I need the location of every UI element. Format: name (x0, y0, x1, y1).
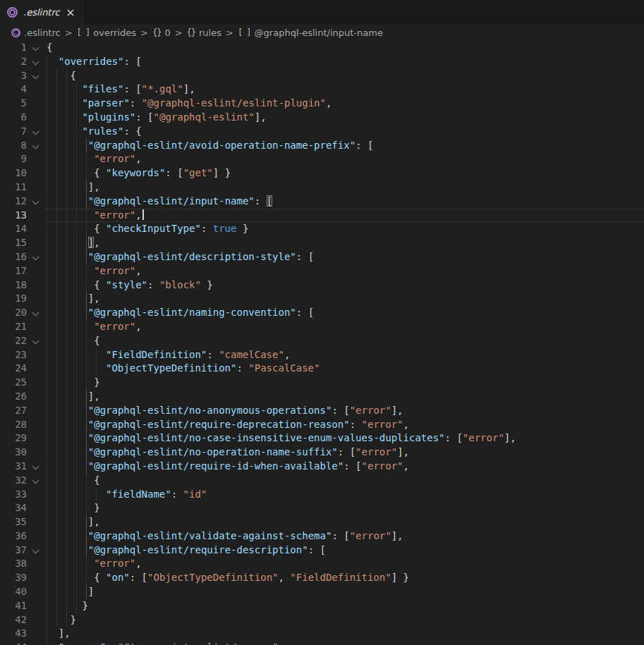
code-line[interactable]: 26], (0, 390, 644, 404)
indent-guide (86, 152, 87, 166)
code-editor[interactable]: 1{2"overrides": [3{4"files": ["*.gql"],5… (0, 40, 644, 645)
code-line[interactable]: 24"ObjectTypeDefinition": "PascalCase" (0, 362, 644, 376)
indent-guide (76, 166, 77, 180)
code-line[interactable]: 25} (0, 376, 644, 390)
indent-guide (66, 474, 67, 488)
indent-guide (76, 139, 77, 153)
code-line[interactable]: 33"fieldName": "id" (0, 488, 644, 502)
code-line[interactable]: 8"@graphql-eslint/avoid-operation-name-p… (0, 139, 644, 153)
chevron-down-icon[interactable] (32, 337, 40, 344)
code-line[interactable]: 11], (0, 180, 644, 195)
line-number: 36 (0, 529, 27, 543)
tab-eslintrc[interactable]: .eslintrc × (0, 0, 83, 25)
code-line[interactable]: 20"@graphql-eslint/naming-convention": [ (0, 306, 644, 320)
code-line[interactable]: 18{ "style": "block" } (0, 278, 644, 293)
code-line[interactable]: 41} (0, 599, 644, 613)
line-number: 27 (0, 404, 27, 418)
code-line[interactable]: 2"overrides": [ (0, 55, 644, 69)
code-line[interactable]: 1{ (0, 41, 644, 55)
code-line[interactable]: 38"error", (0, 557, 644, 571)
code-line[interactable]: 6"plugins": ["@graphql-eslint"], (0, 111, 644, 125)
code-text: ], (88, 236, 100, 250)
chevron-down-icon[interactable] (32, 546, 40, 553)
code-line[interactable]: 30"@graphql-eslint/no-operation-name-suf… (0, 446, 644, 460)
code-line[interactable]: 27"@graphql-eslint/no-anonymous-operatio… (0, 404, 644, 418)
code-line[interactable]: 43], (0, 627, 644, 641)
indent-guide (56, 292, 57, 306)
code-line[interactable]: 39{ "on": ["ObjectTypeDefinition", "Fiel… (0, 571, 644, 585)
code-line[interactable]: 16"@graphql-eslint/description-style": [ (0, 250, 644, 264)
indent-guide (47, 125, 47, 139)
indent-guide (56, 431, 57, 446)
code-line[interactable]: 36"@graphql-eslint/validate-against-sche… (0, 529, 644, 543)
code-line[interactable]: 37"@graphql-eslint/require-description":… (0, 543, 644, 558)
indent-guide (47, 404, 47, 418)
indent-guide (56, 488, 57, 502)
code-line[interactable]: 40] (0, 585, 644, 599)
chevron-down-icon[interactable] (32, 254, 40, 261)
token-p: ] } (391, 572, 409, 583)
code-line[interactable]: 44"parser": "@typescript-eslint/parser" (0, 641, 644, 645)
code-line[interactable]: 21"error", (0, 320, 644, 334)
indent-guide (86, 278, 87, 293)
token-k: "keywords" (106, 167, 165, 178)
indent-guide (76, 222, 77, 236)
breadcrumb-item-0[interactable]: {}0 (152, 27, 171, 38)
indent-guide (66, 348, 67, 362)
token-k: "fieldName" (106, 489, 171, 500)
code-line[interactable]: 23"FieldDefinition": "camelCase", (0, 348, 644, 362)
code-line[interactable]: 9"error", (0, 152, 644, 166)
code-line[interactable]: 35], (0, 515, 644, 529)
code-line[interactable]: 10{ "keywords": ["get"] } (0, 166, 644, 180)
line-number: 43 (0, 627, 27, 641)
chevron-down-icon[interactable] (32, 462, 40, 469)
chevron-down-icon[interactable] (32, 128, 40, 135)
indent-guide (66, 362, 67, 376)
code-text: "@graphql-eslint/no-anonymous-operations… (88, 404, 403, 418)
indent-guide (56, 69, 57, 83)
token-p: , (284, 349, 290, 360)
chevron-down-icon[interactable] (32, 58, 40, 65)
code-line[interactable]: 7"rules": { (0, 125, 644, 139)
breadcrumb-item--eslintrc[interactable]: .eslintrc (11, 27, 61, 38)
chevron-down-icon[interactable] (32, 72, 40, 79)
chevron-down-icon[interactable] (32, 477, 40, 484)
code-line[interactable]: 15], (0, 236, 644, 250)
chevron-down-icon[interactable] (32, 197, 40, 204)
indent-guide (86, 557, 87, 571)
code-line[interactable]: 31"@graphql-eslint/require-id-when-avail… (0, 460, 644, 474)
indent-guide (76, 278, 77, 293)
code-text: ], (88, 390, 100, 404)
chevron-down-icon[interactable] (32, 44, 40, 51)
code-line[interactable]: 13"error", (0, 209, 644, 223)
line-number: 6 (0, 111, 27, 125)
code-line[interactable]: 28"@graphql-eslint/require-deprecation-r… (0, 418, 644, 432)
code-line[interactable]: 34} (0, 501, 644, 515)
code-line[interactable]: 3{ (0, 69, 644, 83)
line-number: 1 (0, 41, 27, 55)
code-line[interactable]: 19], (0, 292, 644, 306)
code-line[interactable]: 32{ (0, 474, 644, 488)
indent-guide (76, 390, 77, 404)
breadcrumb-item-overrides[interactable]: [ ]overrides (77, 27, 136, 38)
indent-guide (47, 69, 47, 83)
code-line[interactable]: 42} (0, 613, 644, 627)
token-p: : [ (135, 111, 153, 123)
breadcrumb-item-rules[interactable]: {}rules (187, 27, 221, 38)
code-text: "overrides": [ (59, 55, 142, 69)
indent-guide (86, 376, 87, 390)
code-line[interactable]: 12"@graphql-eslint/input-name": [ (0, 195, 644, 209)
indent-guide (56, 376, 57, 390)
code-text: ], (59, 627, 71, 641)
code-line[interactable]: 5"parser": "@graphql-eslint/eslint-plugi… (0, 97, 644, 111)
code-line[interactable]: 14{ "checkInputType": true } (0, 222, 644, 236)
code-line[interactable]: 4"files": ["*.gql"], (0, 82, 644, 97)
code-line[interactable]: 22{ (0, 334, 644, 348)
breadcrumb-item--graphql-eslint-input-name[interactable]: [ ]@graphql-eslint/input-name (238, 27, 383, 38)
chevron-down-icon[interactable] (32, 142, 40, 149)
chevron-down-icon[interactable] (32, 309, 40, 317)
code-line[interactable]: 29"@graphql-eslint/no-case-insensitive-e… (0, 431, 644, 446)
token-k: "@graphql-eslint/require-id-when-availab… (88, 460, 344, 472)
code-line[interactable]: 17"error", (0, 264, 644, 278)
close-icon[interactable]: × (66, 6, 75, 19)
